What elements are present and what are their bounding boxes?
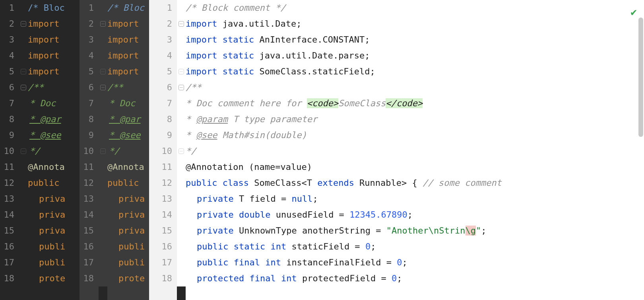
line-number: 3 — [80, 32, 94, 48]
line-number: 3 — [0, 32, 14, 48]
fold-end-icon[interactable] — [178, 148, 184, 154]
code-text: \g — [466, 226, 476, 236]
line-number: 7 — [0, 95, 14, 111]
code-text: 12345.67890 — [349, 210, 407, 220]
editor-pane-dark-2[interactable]: 1 2 3 4 5 6 7 8 9 10 11 12 13 14 15 16 1… — [80, 0, 149, 300]
line-number: 15 — [149, 223, 172, 239]
fold-cell — [19, 32, 28, 48]
fold-toggle-icon[interactable] — [178, 21, 184, 27]
code-text: @Annota — [107, 162, 144, 172]
code-a[interactable]: /* Bloc import import import import /** … — [28, 0, 80, 300]
fold-toggle-icon[interactable] — [21, 21, 26, 27]
scroll-thumb[interactable] — [638, 18, 643, 137]
code-text: * Doc comment here for — [186, 98, 307, 108]
fold-cell — [177, 191, 186, 207]
line-number: 2 — [0, 16, 14, 32]
code-text: AnInterface.CONSTANT; — [254, 35, 370, 45]
code-text: SomeClass.staticField; — [254, 66, 375, 76]
code-text: import — [107, 35, 139, 45]
fold-cell — [19, 207, 28, 223]
code-c[interactable]: /* Block comment */ import java.util.Dat… — [186, 0, 644, 300]
editor-three-way: 1 2 3 4 5 6 7 8 9 10 11 12 13 14 15 16 1… — [0, 0, 644, 300]
code-text: null — [291, 194, 312, 204]
line-number: 6 — [149, 80, 172, 95]
code-text: * @see — [29, 130, 61, 140]
code-text: */ — [109, 146, 120, 156]
fold-cell — [177, 127, 186, 143]
fold-cell — [177, 159, 186, 175]
inspection-ok-icon[interactable]: ✔ — [630, 4, 637, 20]
line-number: 16 — [0, 239, 14, 255]
fold-column-a — [19, 0, 28, 300]
editor-pane-light[interactable]: 1 2 3 4 5 6 7 8 9 10 11 12 13 14 15 16 1… — [149, 0, 644, 300]
line-number: 11 — [0, 159, 14, 175]
code-text: extends — [317, 178, 354, 188]
code-text: static — [217, 66, 254, 76]
code-text: UnknownType anotherString = — [234, 226, 386, 236]
fold-toggle-icon[interactable] — [100, 21, 106, 27]
fold-cell — [99, 80, 107, 95]
fold-cell — [99, 223, 107, 239]
code-text: T field = — [234, 194, 292, 204]
code-text: @Annota — [28, 162, 65, 172]
code-text: priva — [39, 194, 65, 204]
code-text: publi — [39, 242, 65, 251]
line-number: 9 — [149, 127, 172, 143]
line-number: 4 — [80, 48, 94, 64]
fold-end-icon[interactable] — [100, 69, 106, 74]
line-number: 11 — [80, 159, 94, 175]
fold-toggle-icon[interactable] — [100, 85, 106, 90]
gutter-b: 1 2 3 4 5 6 7 8 9 10 11 12 13 14 15 16 1… — [80, 0, 99, 300]
fold-end-icon[interactable] — [21, 148, 26, 154]
line-number: 18 — [149, 271, 172, 286]
code-text: double — [234, 210, 271, 220]
fold-cell — [99, 255, 107, 271]
code-text: static — [217, 51, 254, 60]
fold-cell — [177, 64, 186, 80]
fold-cell — [177, 111, 186, 127]
line-number: 10 — [0, 143, 14, 159]
code-text: protectedField = — [297, 273, 392, 283]
code-text: * — [186, 114, 196, 124]
code-b[interactable]: /* Bloc import import import import /** … — [107, 0, 149, 300]
code-text: Math#sin(double) — [217, 130, 306, 140]
line-number: 7 — [149, 95, 172, 111]
code-text: priva — [39, 226, 65, 236]
code-text: public — [186, 178, 217, 188]
line-number: 14 — [149, 207, 172, 223]
fold-end-icon[interactable] — [178, 69, 184, 74]
line-number: 8 — [80, 111, 94, 127]
editor-pane-dark-1[interactable]: 1 2 3 4 5 6 7 8 9 10 11 12 13 14 15 16 1… — [0, 0, 80, 300]
fold-toggle-icon[interactable] — [178, 85, 184, 90]
fold-column-c — [177, 0, 186, 16]
fold-cell — [177, 95, 186, 111]
line-number: 4 — [0, 48, 14, 64]
code-text: @see — [196, 130, 217, 140]
code-text: @Annotation (name=value) — [186, 162, 312, 172]
code-text: @param — [196, 114, 228, 124]
code-text: int — [276, 273, 297, 283]
fold-toggle-icon[interactable] — [21, 85, 26, 90]
code-text: import — [186, 19, 217, 29]
code-text: import — [186, 35, 217, 45]
code-text: java.util.Date.parse; — [254, 51, 370, 60]
code-text: protected — [197, 273, 244, 283]
fold-cell — [99, 271, 107, 286]
fold-cell — [19, 95, 28, 111]
code-text: 0 — [392, 273, 397, 283]
fold-cell — [99, 0, 107, 16]
code-text: public — [28, 178, 59, 188]
fold-cell — [177, 80, 186, 95]
fold-end-icon[interactable] — [21, 69, 26, 74]
line-number: 9 — [80, 127, 94, 143]
code-text: ; — [370, 242, 376, 251]
code-text: /* Bloc — [28, 3, 65, 13]
line-number: 14 — [0, 207, 14, 223]
code-text: * — [186, 130, 196, 140]
code-text: priva — [39, 210, 65, 220]
code-text: class — [217, 178, 248, 188]
fold-cell — [19, 143, 28, 159]
code-text: " — [476, 226, 481, 236]
fold-cell — [19, 127, 28, 143]
fold-end-icon[interactable] — [100, 148, 106, 154]
